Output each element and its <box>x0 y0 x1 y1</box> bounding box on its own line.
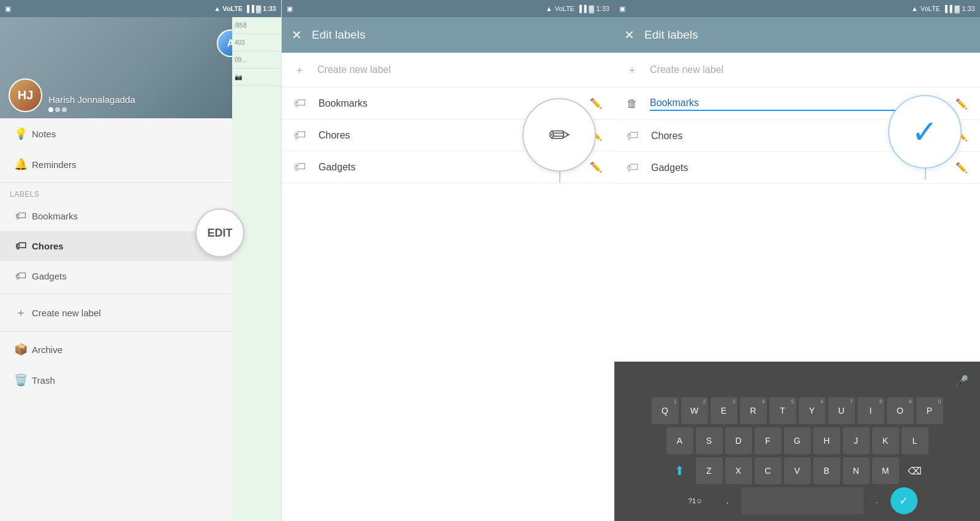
period-key[interactable]: . <box>866 487 888 514</box>
panel1-sidebar: ▣ ▲ VoLTE ▐▐ ▓ 1:33 HJ Harish Jonnalagad… <box>0 0 282 521</box>
enter-key[interactable]: ✓ <box>891 487 918 514</box>
key-Y[interactable]: 6Y <box>799 397 826 424</box>
key-V[interactable]: V <box>784 457 811 484</box>
key-Q[interactable]: 1Q <box>652 397 679 424</box>
key-O[interactable]: 9O <box>887 397 914 424</box>
sb2-battery-icon: ▓ <box>589 5 594 12</box>
sb2-wifi-icon: ▲ <box>546 5 552 12</box>
panel3-close-icon[interactable]: ✕ <box>624 28 635 42</box>
avatar-initials: HJ <box>18 88 34 102</box>
pencil-circle-overlay: ✏ <box>522 98 596 172</box>
panel2-gadgets-folder-icon: 🏷 <box>294 160 306 174</box>
profile-info: Harish Jonnalagadda <box>48 94 135 112</box>
sidebar-reminders-label: Reminders <box>32 159 77 170</box>
key-F[interactable]: F <box>755 427 782 454</box>
panel3-title: Edit labels <box>644 28 970 42</box>
keyboard-row-1: 1Q 2W 3E 4R 5T 6Y 7U 8I 9O 0P <box>616 397 979 424</box>
dot1 <box>48 107 53 112</box>
trash-icon: 🗑️ <box>10 373 32 387</box>
pencil-icon: ✏ <box>549 120 570 150</box>
panel3-bookmarks-delete-icon[interactable]: 🗑 <box>627 97 638 110</box>
sidebar-archive-label: Archive <box>32 344 62 355</box>
sb3-time: 1:33 <box>962 5 975 12</box>
key-B[interactable]: B <box>813 457 840 484</box>
panel3-bookmarks-confirm-icon[interactable]: ✏️ <box>956 98 968 110</box>
profile-name: Harish Jonnalagadda <box>48 94 135 105</box>
preview-camera-icon: 📷 <box>232 69 281 86</box>
key-W[interactable]: 2W <box>681 397 708 424</box>
key-I[interactable]: 8I <box>858 397 884 424</box>
panel3-chores-folder-icon: 🏷 <box>627 129 639 143</box>
avatar[interactable]: HJ <box>9 78 42 112</box>
signal-bars-icon: ▐▐ <box>244 5 254 12</box>
key-S[interactable]: S <box>696 427 723 454</box>
shift-key[interactable]: ⬆ <box>666 457 693 484</box>
key-A[interactable]: A <box>666 427 693 454</box>
panel3-create-label-row[interactable]: ＋ Create new label <box>614 53 980 88</box>
sb3-volte: VoLTE <box>921 5 940 12</box>
key-L[interactable]: L <box>902 427 929 454</box>
chores-folder-icon: 🏷 <box>10 240 32 253</box>
checkmark-icon: ✓ <box>911 113 938 150</box>
status-bar-right: ▲ VoLTE ▐▐ ▓ 1:33 <box>214 5 276 12</box>
key-J[interactable]: J <box>843 427 870 454</box>
panel2-create-label-text: Create new label <box>317 64 391 75</box>
backspace-key[interactable]: ⌫ <box>902 457 929 484</box>
status-bar-3: ▣ ▲ VoLTE ▐▐ ▓ 1:33 <box>614 0 980 17</box>
key-Z[interactable]: Z <box>696 457 723 484</box>
key-G[interactable]: G <box>784 427 811 454</box>
comma-key[interactable]: , <box>717 487 739 514</box>
profile-dots <box>48 107 135 112</box>
mic-key[interactable]: 🎤 <box>948 368 975 395</box>
key-E[interactable]: 3E <box>710 397 737 424</box>
preview-item-3: 09... <box>232 51 281 69</box>
sb2-volte: VoLTE <box>555 5 575 12</box>
special-key[interactable]: ?1☺ <box>677 487 714 514</box>
archive-icon: 📦 <box>10 343 32 356</box>
key-X[interactable]: X <box>725 457 752 484</box>
dot2 <box>55 107 60 112</box>
panel2-create-label-row[interactable]: ＋ Create new label <box>282 53 614 88</box>
key-D[interactable]: D <box>725 427 752 454</box>
status-bar-1: ▣ ▲ VoLTE ▐▐ ▓ 1:33 <box>0 0 281 17</box>
gadgets-folder-icon: 🏷 <box>10 270 32 283</box>
key-M[interactable]: M <box>872 457 899 484</box>
sb2-left: ▣ <box>287 5 293 13</box>
time-display: 1:33 <box>263 5 276 12</box>
key-N[interactable]: N <box>843 457 870 484</box>
panel2-title: Edit labels <box>312 28 605 42</box>
space-key[interactable] <box>741 487 864 514</box>
key-C[interactable]: C <box>755 457 782 484</box>
sb3-battery-icon: ▓ <box>955 5 960 12</box>
keyboard: 🎤 1Q 2W 3E 4R 5T 6Y 7U 8I 9O 0P A S D F … <box>614 362 980 521</box>
panel2-close-icon[interactable]: ✕ <box>292 28 302 42</box>
sidebar-bookmarks-label: Bookmarks <box>32 211 78 221</box>
edit-circle-button[interactable]: EDIT <box>195 208 244 257</box>
sb2-right: ▲ VoLTE ▐▐ ▓ 1:33 <box>546 5 609 12</box>
key-H[interactable]: H <box>813 427 840 454</box>
pencil-circle-line <box>559 170 560 183</box>
signal-icon: ▣ <box>5 5 11 13</box>
key-P[interactable]: 0P <box>916 397 943 424</box>
dot3 <box>62 107 67 112</box>
panel3-gadgets-edit-icon[interactable]: ✏️ <box>956 162 968 173</box>
key-T[interactable]: 5T <box>769 397 796 424</box>
preview-item-2: 403 <box>232 34 281 51</box>
panel3-header: ✕ Edit labels <box>614 17 980 53</box>
sidebar-trash-label: Trash <box>32 375 55 386</box>
keyboard-row-4: ?1☺ , . ✓ <box>616 487 979 514</box>
panel3-edit-labels-keyboard: ▣ ▲ VoLTE ▐▐ ▓ 1:33 ✕ Edit labels ＋ Crea… <box>614 0 980 521</box>
volte-badge: VoLTE <box>222 5 243 12</box>
preview-item-1: /858 <box>232 17 281 34</box>
panel2-gadgets-edit-icon[interactable]: ✏️ <box>590 161 602 173</box>
key-K[interactable]: K <box>872 427 899 454</box>
key-U[interactable]: 7U <box>828 397 855 424</box>
wifi-icon: ▲ <box>214 5 221 12</box>
key-R[interactable]: 4R <box>740 397 767 424</box>
sidebar-create-label-text: Create new label <box>32 308 101 318</box>
panel2-plus-icon: ＋ <box>294 63 305 77</box>
battery-icon: ▓ <box>256 5 261 12</box>
panel2-bookmarks-edit-icon[interactable]: ✏️ <box>590 97 602 109</box>
status-bar-2: ▣ ▲ VoLTE ▐▐ ▓ 1:33 <box>282 0 614 17</box>
create-label-icon: ＋ <box>10 305 32 320</box>
